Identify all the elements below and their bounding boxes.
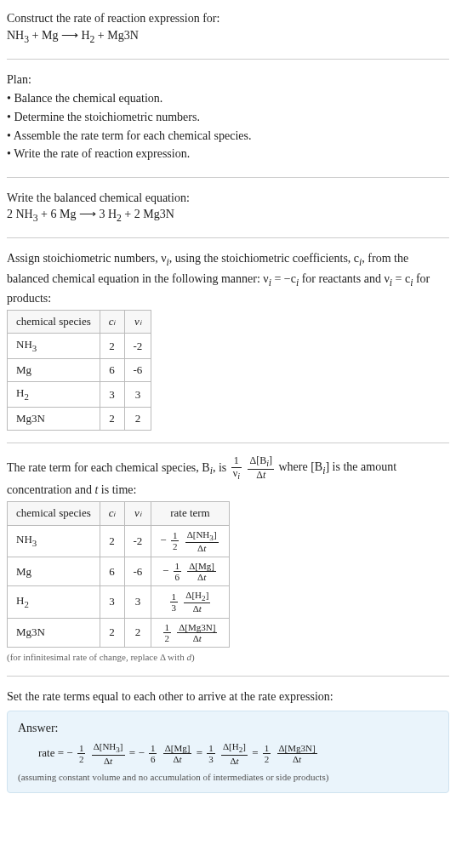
col-c: cᵢ — [100, 311, 124, 334]
divider — [7, 237, 449, 238]
divider — [7, 676, 449, 677]
balanced-intro: Write the balanced chemical equation: — [7, 190, 449, 207]
cell-c: 2 — [100, 525, 124, 557]
col-species: chemical species — [8, 502, 100, 525]
answer-label: Answer: — [18, 720, 438, 737]
cell-species: NH3 — [8, 525, 100, 557]
cell-species: H2 — [8, 586, 100, 618]
cell-nu: 3 — [124, 586, 151, 618]
cell-rate-term: 13 Δ[H2]Δt — [151, 586, 229, 618]
stoich-intro: Assign stoichiometric numbers, νi, using… — [7, 250, 449, 306]
unbalanced-equation: NH3 + Mg ⟶ H2 + Mg3N — [7, 27, 449, 47]
plan-item: • Assemble the rate term for each chemic… — [7, 127, 449, 146]
cell-species: H2 — [8, 382, 100, 408]
table-row: Mg 6 -6 — [8, 359, 151, 382]
col-rate-term: rate term — [151, 502, 229, 525]
cell-species: Mg — [8, 359, 100, 382]
divider — [7, 443, 449, 443]
cell-nu: -2 — [124, 334, 151, 359]
plan-item: • Write the rate of reaction expression. — [7, 145, 449, 163]
cell-nu: -2 — [124, 525, 151, 557]
question-header: Construct the rate of reaction expressio… — [7, 5, 449, 52]
table-row: NH3 2 -2 − 12 Δ[NH3]Δt — [8, 525, 230, 557]
plan-item: • Balance the chemical equation. — [7, 89, 449, 108]
balanced-section: Write the balanced chemical equation: 2 … — [7, 185, 449, 231]
cell-c: 2 — [100, 334, 124, 359]
fraction-1-over-nu: 1 νi — [231, 455, 242, 481]
rateterm-intro: The rate term for each chemical species,… — [7, 455, 449, 498]
rateterm-section: The rate term for each chemical species,… — [7, 450, 449, 669]
cell-c: 6 — [100, 557, 124, 586]
cell-rate-term: 12 Δ[Mg3N]Δt — [151, 618, 229, 647]
cell-species: Mg3N — [8, 408, 100, 431]
cell-species: Mg — [8, 557, 100, 586]
cell-rate-term: − 16 Δ[Mg]Δt — [151, 557, 229, 586]
answer-note: (assuming constant volume and no accumul… — [18, 771, 438, 784]
cell-rate-term: − 12 Δ[NH3]Δt — [151, 525, 229, 557]
stoich-table: chemical species cᵢ νᵢ NH3 2 -2 Mg 6 -6 … — [7, 310, 151, 431]
col-c: cᵢ — [100, 502, 124, 525]
answer-box: Answer: rate = − 12 Δ[NH3]Δt = − 16 Δ[Mg… — [7, 711, 449, 793]
rateterm-table: chemical species cᵢ νᵢ rate term NH3 2 -… — [7, 501, 230, 647]
table-row: NH3 2 -2 — [8, 334, 151, 359]
cell-nu: 2 — [124, 408, 151, 431]
table-row: H2 3 3 13 Δ[H2]Δt — [8, 586, 230, 618]
rate-expression: rate = − 12 Δ[NH3]Δt = − 16 Δ[Mg]Δt = 13… — [18, 741, 438, 765]
cell-c: 3 — [100, 382, 124, 408]
cell-species: Mg3N — [8, 618, 100, 647]
plan-item: • Determine the stoichiometric numbers. — [7, 108, 449, 127]
cell-c: 3 — [100, 586, 124, 618]
divider — [7, 177, 449, 178]
table-header-row: chemical species cᵢ νᵢ — [8, 311, 151, 334]
divider — [7, 59, 449, 60]
cell-species: NH3 — [8, 334, 100, 359]
plan-title: Plan: — [7, 71, 449, 89]
cell-c: 2 — [100, 408, 124, 431]
stoich-section: Assign stoichiometric numbers, νi, using… — [7, 245, 449, 436]
table-header-row: chemical species cᵢ νᵢ rate term — [8, 502, 230, 525]
cell-nu: -6 — [124, 557, 151, 586]
question-prompt: Construct the rate of reaction expressio… — [7, 10, 449, 27]
col-species: chemical species — [8, 311, 100, 334]
table-row: Mg 6 -6 − 16 Δ[Mg]Δt — [8, 557, 230, 586]
final-intro: Set the rate terms equal to each other t… — [7, 688, 449, 705]
fraction-dBi-dt: Δ[Bi] Δt — [248, 455, 274, 481]
plan-section: Plan: • Balance the chemical equation. •… — [7, 66, 449, 170]
cell-nu: 2 — [124, 618, 151, 647]
cell-nu: -6 — [124, 359, 151, 382]
plan-list: • Balance the chemical equation. • Deter… — [7, 88, 449, 164]
col-nu: νᵢ — [124, 311, 151, 334]
cell-c: 2 — [100, 618, 124, 647]
table-row: Mg3N 2 2 12 Δ[Mg3N]Δt — [8, 618, 230, 647]
table-row: H2 3 3 — [8, 382, 151, 408]
table-row: Mg3N 2 2 — [8, 408, 151, 431]
final-section: Set the rate terms equal to each other t… — [7, 683, 449, 798]
balanced-equation: 2 NH3 + 6 Mg ⟶ 3 H2 + 2 Mg3N — [7, 206, 449, 226]
cell-nu: 3 — [124, 382, 151, 408]
rateterm-footnote: (for infinitesimal rate of change, repla… — [7, 651, 449, 664]
cell-c: 6 — [100, 359, 124, 382]
col-nu: νᵢ — [124, 502, 151, 525]
